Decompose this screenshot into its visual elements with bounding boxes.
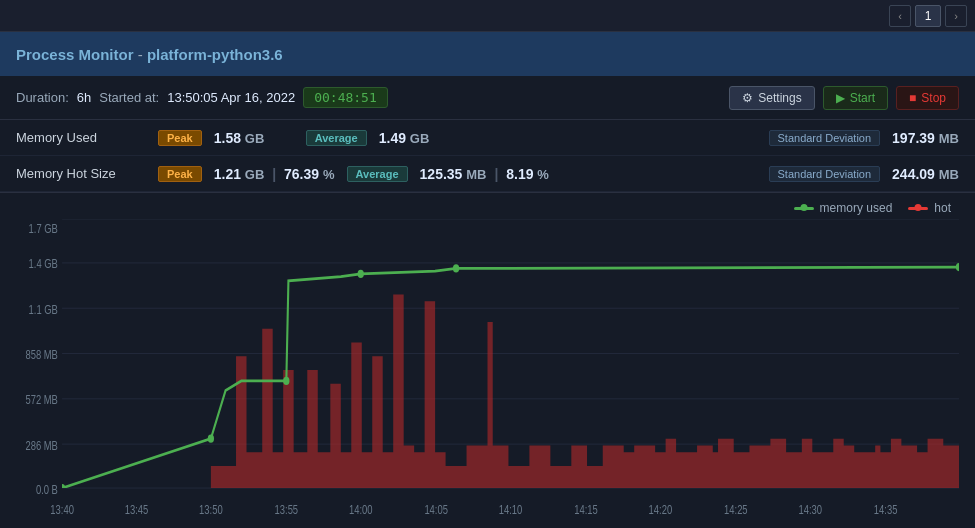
svg-point-29: [283, 377, 289, 385]
toolbar: Duration: 6h Started at: 13:50:05 Apr 16…: [0, 76, 975, 120]
svg-text:13:50: 13:50: [199, 503, 223, 516]
timer-badge: 00:48:51: [303, 87, 388, 108]
toolbar-actions: ⚙ Settings ▶ Start ■ Stop: [729, 86, 959, 110]
started-value: 13:50:05 Apr 16, 2022: [167, 90, 295, 105]
chart-svg: 0.0 B 286 MB 572 MB 858 MB 1.1 GB 1.4 GB…: [16, 219, 959, 521]
header-title: Process Monitor - platform-python3.6: [16, 46, 283, 63]
stat-label-memory-hot: Memory Hot Size: [16, 166, 146, 181]
chart-container: memory used hot 0.0 B 286 MB 572 M: [0, 193, 975, 528]
peak-badge-hot: Peak: [158, 166, 202, 182]
prev-page-button[interactable]: ‹: [889, 5, 911, 27]
peak-value-memory: 1.58 GB: [214, 130, 294, 146]
peak-value-hot: 1.21 GB | 76.39 %: [214, 166, 335, 182]
stop-label: Stop: [921, 91, 946, 105]
stddev-badge-hot: Standard Deviation: [769, 166, 881, 182]
stat-row-memory-hot: Memory Hot Size Peak 1.21 GB | 76.39 % A…: [0, 156, 975, 192]
svg-text:13:40: 13:40: [50, 503, 74, 516]
average-value-hot: 125.35 MB | 8.19 %: [420, 166, 549, 182]
svg-text:572 MB: 572 MB: [25, 393, 57, 406]
svg-point-30: [358, 270, 364, 278]
hot-line-icon: [908, 207, 928, 210]
started-label: Started at:: [99, 90, 159, 105]
svg-text:14:15: 14:15: [574, 503, 598, 516]
play-icon: ▶: [836, 91, 845, 105]
stddev-badge-memory: Standard Deviation: [769, 130, 881, 146]
legend-memory-used: memory used: [794, 201, 893, 215]
svg-text:14:10: 14:10: [499, 503, 523, 516]
svg-text:14:30: 14:30: [798, 503, 822, 516]
svg-text:0.0 B: 0.0 B: [36, 482, 58, 495]
svg-text:1.7 GB: 1.7 GB: [29, 221, 58, 234]
svg-text:13:55: 13:55: [275, 503, 299, 516]
svg-text:1.4 GB: 1.4 GB: [29, 257, 58, 270]
next-page-button[interactable]: ›: [945, 5, 967, 27]
stop-icon: ■: [909, 91, 916, 105]
settings-label: Settings: [758, 91, 801, 105]
app-name: Process Monitor: [16, 46, 134, 63]
svg-point-28: [208, 435, 214, 443]
chart-wrapper: 0.0 B 286 MB 572 MB 858 MB 1.1 GB 1.4 GB…: [16, 219, 959, 521]
svg-point-31: [453, 264, 459, 272]
app-header: Process Monitor - platform-python3.6: [0, 32, 975, 76]
duration-label: Duration:: [16, 90, 69, 105]
gear-icon: ⚙: [742, 91, 753, 105]
svg-text:286 MB: 286 MB: [25, 438, 57, 451]
hot-area: [62, 295, 959, 489]
svg-text:13:45: 13:45: [125, 503, 149, 516]
svg-point-32: [956, 263, 959, 271]
peak-badge-memory: Peak: [158, 130, 202, 146]
svg-text:14:25: 14:25: [724, 503, 748, 516]
average-value-memory: 1.49 GB: [379, 130, 459, 146]
stop-button[interactable]: ■ Stop: [896, 86, 959, 110]
svg-text:14:35: 14:35: [874, 503, 898, 516]
stats-area: Memory Used Peak 1.58 GB Average 1.49 GB…: [0, 120, 975, 193]
stat-label-memory-used: Memory Used: [16, 130, 146, 145]
legend-hot: hot: [908, 201, 951, 215]
settings-button[interactable]: ⚙ Settings: [729, 86, 814, 110]
svg-text:14:05: 14:05: [424, 503, 448, 516]
stat-row-memory-used: Memory Used Peak 1.58 GB Average 1.49 GB…: [0, 120, 975, 156]
start-button[interactable]: ▶ Start: [823, 86, 888, 110]
process-name: platform-python3.6: [147, 46, 283, 63]
svg-text:14:00: 14:00: [349, 503, 373, 516]
svg-text:858 MB: 858 MB: [25, 348, 57, 361]
svg-text:1.1 GB: 1.1 GB: [29, 302, 58, 315]
stddev-value-hot: 244.09 MB: [892, 166, 959, 182]
svg-text:14:20: 14:20: [649, 503, 673, 516]
start-label: Start: [850, 91, 875, 105]
duration-value: 6h: [77, 90, 91, 105]
page-navigation: ‹ 1 ›: [889, 5, 967, 27]
legend-hot-label: hot: [934, 201, 951, 215]
stddev-value-memory: 197.39 MB: [892, 130, 959, 146]
average-badge-hot: Average: [347, 166, 408, 182]
page-number: 1: [915, 5, 941, 27]
chart-legend: memory used hot: [16, 201, 959, 215]
legend-memory-used-label: memory used: [820, 201, 893, 215]
top-navigation: ‹ 1 ›: [0, 0, 975, 32]
average-badge-memory: Average: [306, 130, 367, 146]
header-separator: -: [138, 46, 147, 63]
memory-used-line-icon: [794, 207, 814, 210]
